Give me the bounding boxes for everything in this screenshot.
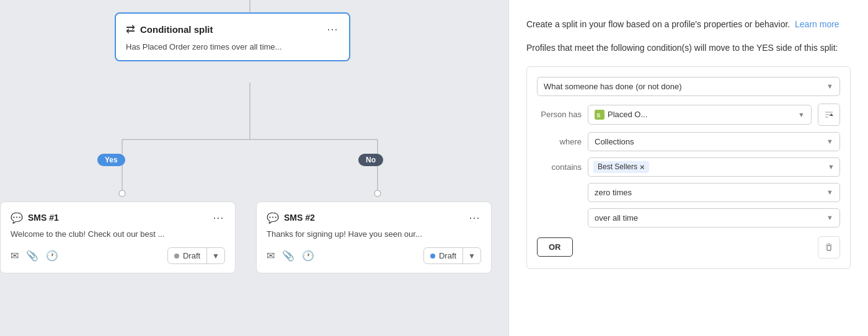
filter-icon [824, 110, 834, 120]
person-has-label: Person has [537, 110, 582, 119]
what-dropdown-label: What someone has done (or not done) [544, 82, 682, 91]
sms2-footer: ✉ 📎 🕐 Draft ▼ [267, 247, 481, 264]
sms1-title: SMS #1 [28, 213, 59, 223]
zero-times-label: zero times [595, 188, 632, 197]
sms1-footer: ✉ 📎 🕐 Draft ▼ [11, 247, 225, 264]
sms2-title: SMS #2 [284, 213, 315, 223]
person-has-row: Person has S Placed O... ▼ [537, 104, 840, 126]
sms1-draft-label: Draft [183, 251, 200, 260]
what-dropdown-chevron: ▼ [826, 82, 833, 90]
shopify-dropdown[interactable]: S Placed O... ▼ [588, 105, 812, 125]
over-all-time-row: over all time ▼ [537, 208, 840, 228]
shopify-label: Placed O... [608, 110, 647, 119]
sms1-attach-icon: 📎 [26, 250, 38, 262]
filter-button[interactable] [818, 104, 840, 126]
sms2-clock-icon: 🕐 [302, 250, 314, 262]
where-row: where Collections ▼ [537, 132, 840, 151]
flow-canvas: ⇄ Conditional split ⋯ Has Placed Order z… [0, 0, 508, 336]
sms1-body: Welcome to the club! Check out our best … [11, 229, 225, 239]
sms2-icon: 💬 [267, 212, 279, 224]
sms2-envelope-icon: ✉ [267, 250, 275, 262]
shopify-chevron: ▼ [798, 111, 805, 118]
conditional-split-more-icon[interactable]: ⋯ [327, 22, 339, 36]
shopify-icon: S [595, 110, 604, 120]
sms2-draft-button[interactable]: Draft ▼ [423, 247, 481, 264]
learn-more-link[interactable]: Learn more [795, 19, 839, 29]
sms1-draft-chevron[interactable]: ▼ [207, 249, 224, 263]
collections-dropdown[interactable]: Collections ▼ [588, 132, 840, 151]
conditional-split-node: ⇄ Conditional split ⋯ Has Placed Order z… [115, 12, 350, 61]
contains-label: contains [537, 162, 582, 172]
tag-select-chevron: ▼ [828, 163, 835, 170]
sms2-draft-chevron[interactable]: ▼ [463, 249, 480, 263]
sms2-header: 💬 SMS #2 ⋯ [267, 211, 481, 224]
or-row: OR [537, 234, 840, 259]
sms1-title-group: 💬 SMS #1 [11, 212, 59, 224]
sms-node-2: 💬 SMS #2 ⋯ Thanks for signing up! Have y… [256, 201, 492, 273]
trash-icon [824, 242, 834, 252]
contains-row: contains Best Sellers × ▼ [537, 157, 840, 177]
collections-label: Collections [595, 137, 634, 146]
svg-rect-15 [827, 245, 831, 250]
best-sellers-tag: Best Sellers × [593, 161, 649, 173]
zero-times-dropdown[interactable]: zero times ▼ [588, 183, 840, 202]
node-title-group: ⇄ Conditional split [126, 22, 213, 36]
over-all-time-dropdown[interactable]: over all time ▼ [588, 208, 840, 228]
svg-point-5 [119, 190, 125, 197]
tag-select[interactable]: Best Sellers × ▼ [588, 157, 840, 177]
zero-times-chevron: ▼ [826, 188, 833, 196]
svg-point-8 [374, 190, 381, 197]
over-all-time-chevron: ▼ [826, 214, 833, 221]
what-dropdown[interactable]: What someone has done (or not done) ▼ [537, 77, 840, 96]
panel-description: Create a split in your flow based on a p… [526, 17, 851, 31]
sms1-draft-main: Draft [168, 248, 207, 263]
sms2-draft-main: Draft [424, 248, 463, 263]
where-label: where [537, 137, 582, 146]
sms1-clock-icon: 🕐 [46, 250, 58, 262]
right-panel: Create a split in your flow based on a p… [508, 0, 868, 336]
zero-times-row: zero times ▼ [537, 183, 840, 202]
best-sellers-tag-remove[interactable]: × [640, 162, 645, 172]
or-button[interactable]: OR [537, 237, 573, 257]
panel-description-text: Create a split in your flow based on a p… [526, 19, 790, 29]
yes-badge: Yes [97, 154, 125, 166]
best-sellers-tag-label: Best Sellers [598, 162, 637, 171]
node-header: ⇄ Conditional split ⋯ [126, 22, 339, 36]
sms2-draft-dot [430, 254, 435, 259]
delete-button[interactable] [818, 236, 840, 259]
what-dropdown-row: What someone has done (or not done) ▼ [537, 77, 840, 96]
sms1-envelope-icon: ✉ [11, 250, 19, 262]
sms2-more-icon[interactable]: ⋯ [469, 211, 481, 224]
sms2-attach-icon: 📎 [282, 250, 294, 262]
condition-block: What someone has done (or not done) ▼ Pe… [526, 66, 851, 269]
sms-node-1: 💬 SMS #1 ⋯ Welcome to the club! Check ou… [0, 201, 236, 273]
sms1-icons: ✉ 📎 🕐 [11, 250, 58, 262]
split-icon: ⇄ [126, 22, 135, 36]
sms1-draft-dot [174, 254, 179, 259]
sms2-body: Thanks for signing up! Have you seen our… [267, 229, 481, 239]
collections-chevron: ▼ [826, 138, 833, 145]
sms2-draft-label: Draft [439, 251, 456, 260]
sms1-more-icon[interactable]: ⋯ [213, 211, 225, 224]
no-badge: No [358, 154, 383, 166]
svg-text:S: S [596, 112, 600, 118]
sms2-icons: ✉ 📎 🕐 [267, 250, 314, 262]
sms1-header: 💬 SMS #1 ⋯ [11, 211, 225, 224]
sms1-icon: 💬 [11, 212, 23, 224]
over-all-time-label: over all time [595, 213, 638, 223]
sms1-draft-button[interactable]: Draft ▼ [167, 247, 225, 264]
conditional-split-body: Has Placed Order zero times over all tim… [126, 42, 339, 51]
panel-subtitle: Profiles that meet the following conditi… [526, 41, 851, 55]
sms2-title-group: 💬 SMS #2 [267, 212, 315, 224]
conditional-split-title: Conditional split [140, 24, 213, 35]
